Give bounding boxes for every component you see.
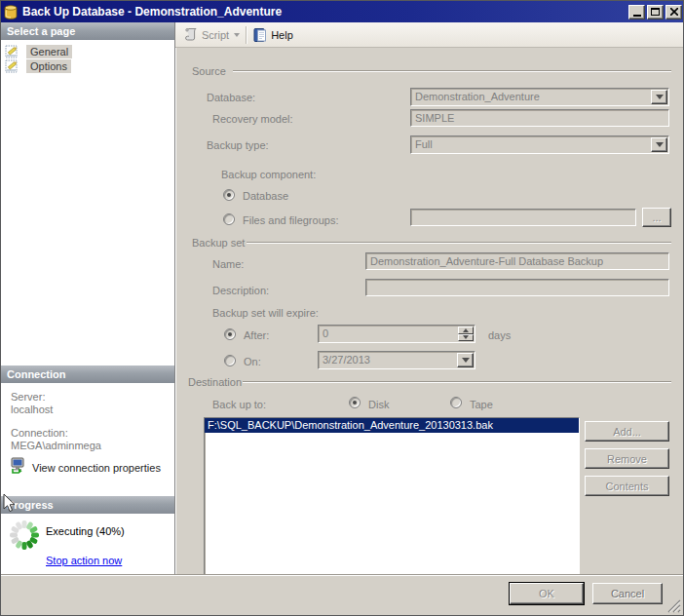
connection-value: MEGA\adminmega xyxy=(11,440,101,451)
sidebar-item-general[interactable]: General xyxy=(5,44,72,58)
add-label: Add... xyxy=(613,426,641,438)
expire-label: Backup set will expire: xyxy=(212,307,319,319)
progress-spinner-icon xyxy=(9,520,40,551)
window-title: Back Up Database - Demonstration_Adventu… xyxy=(22,5,627,19)
after-days-spinner[interactable]: 0 xyxy=(318,325,475,343)
recovery-model-label: Recovery model: xyxy=(212,113,293,125)
toolbar-separator xyxy=(246,26,247,44)
description-field[interactable] xyxy=(365,279,669,296)
description-label: Description: xyxy=(212,285,269,296)
spin-down-button[interactable] xyxy=(458,334,474,342)
destination-group-label: Destination xyxy=(188,376,242,388)
script-dropdown-icon[interactable] xyxy=(234,33,240,37)
back-up-to-label: Back up to: xyxy=(212,399,266,410)
select-a-page-header: Select a page xyxy=(1,22,174,40)
help-icon xyxy=(252,27,268,43)
script-label: Script xyxy=(202,29,229,41)
after-radio[interactable] xyxy=(224,328,236,340)
backup-database-dialog: Back Up Database - Demonstration_Adventu… xyxy=(0,0,684,616)
database-icon xyxy=(4,5,18,19)
name-value: Demonstration_Adventure-Full Database Ba… xyxy=(370,255,603,267)
sidebar-item-label: Options xyxy=(26,59,71,73)
database-combobox[interactable]: Demonstration_Adventure xyxy=(410,88,669,106)
name-field[interactable]: Demonstration_Adventure-Full Database Ba… xyxy=(365,252,669,270)
server-value: localhost xyxy=(11,404,53,415)
backup-set-group-label: Backup set xyxy=(192,237,245,249)
mouse-cursor xyxy=(2,493,18,515)
files-filegroups-field[interactable] xyxy=(410,209,636,226)
chevron-up-icon xyxy=(463,328,469,332)
cancel-label: Cancel xyxy=(611,588,644,599)
sidebar-item-label: General xyxy=(26,45,72,58)
connection-header: Connection xyxy=(1,366,174,383)
after-days-value: 0 xyxy=(323,327,328,339)
sidebar-divider xyxy=(174,22,175,574)
disk-radio[interactable] xyxy=(349,397,361,408)
spin-up-button[interactable] xyxy=(458,327,474,334)
sidebar-item-options[interactable]: Options xyxy=(5,58,71,73)
close-button[interactable] xyxy=(665,5,682,19)
database-value: Demonstration_Adventure xyxy=(415,91,540,102)
date-dropdown-button[interactable] xyxy=(457,353,474,367)
after-label: After: xyxy=(244,329,269,341)
recovery-model-field[interactable]: SIMPLE xyxy=(410,109,669,127)
backup-type-combobox[interactable]: Full xyxy=(410,135,669,154)
page-icon xyxy=(5,59,19,73)
contents-label: Contents xyxy=(605,481,648,492)
help-label: Help xyxy=(271,29,293,41)
database-radio[interactable] xyxy=(223,189,235,201)
minimize-button[interactable] xyxy=(628,5,645,19)
database-dropdown-button[interactable] xyxy=(651,90,667,104)
close-icon xyxy=(670,8,678,16)
on-radio[interactable] xyxy=(224,355,236,366)
remove-button[interactable]: Remove xyxy=(585,448,669,469)
files-filegroups-label: Files and filegroups: xyxy=(243,214,338,226)
on-date-combobox[interactable]: 3/27/2013 xyxy=(318,351,475,369)
browse-button[interactable]: ... xyxy=(642,208,671,227)
add-button[interactable]: Add... xyxy=(585,421,669,442)
on-label: On: xyxy=(244,356,261,367)
connection-label: Connection: xyxy=(11,427,68,439)
cancel-button[interactable]: Cancel xyxy=(592,583,663,604)
maximize-button[interactable] xyxy=(647,5,664,19)
sidebar: Select a page General Options Connection… xyxy=(1,22,174,574)
stop-action-now-link[interactable]: Stop action now xyxy=(46,555,122,566)
script-button[interactable]: Script xyxy=(183,27,240,43)
help-button[interactable]: Help xyxy=(252,27,296,43)
contents-button[interactable]: Contents xyxy=(585,476,669,496)
on-date-value: 3/27/2013 xyxy=(323,354,370,366)
chevron-down-icon xyxy=(462,358,470,363)
view-connection-properties-link[interactable]: View connection properties xyxy=(32,462,161,474)
minimize-icon xyxy=(633,15,641,17)
connection-properties-icon xyxy=(10,457,27,475)
database-radio-label: Database xyxy=(243,190,288,202)
files-filegroups-radio[interactable] xyxy=(223,213,235,225)
source-group-label: Source xyxy=(192,65,226,77)
progress-status: Executing (40%) xyxy=(46,525,125,537)
browse-label: ... xyxy=(652,212,661,223)
tape-radio[interactable] xyxy=(450,397,462,408)
database-label: Database: xyxy=(207,92,255,103)
ok-button[interactable]: OK xyxy=(510,583,584,604)
server-label: Server: xyxy=(11,391,45,403)
maximize-icon xyxy=(651,8,660,16)
backup-type-value: Full xyxy=(415,138,433,150)
toolbar: Script Help xyxy=(175,22,684,48)
backup-type-label: Backup type: xyxy=(207,139,269,151)
remove-label: Remove xyxy=(607,453,647,465)
destination-listbox[interactable]: F:\SQL_BACKUP\Demonstration_Adventure_20… xyxy=(204,417,580,575)
resize-grip[interactable] xyxy=(667,599,681,613)
page-icon xyxy=(5,45,19,58)
backup-type-dropdown-button[interactable] xyxy=(651,137,667,152)
tape-label: Tape xyxy=(470,399,493,410)
chevron-down-icon xyxy=(463,335,469,339)
name-label: Name: xyxy=(212,258,244,270)
list-item[interactable]: F:\SQL_BACKUP\Demonstration_Adventure_20… xyxy=(205,418,579,433)
chevron-down-icon xyxy=(656,142,664,147)
group-divider xyxy=(247,242,671,244)
title-bar[interactable]: Back Up Database - Demonstration_Adventu… xyxy=(1,1,684,22)
group-divider xyxy=(233,70,671,72)
script-icon xyxy=(183,27,199,43)
chevron-down-icon xyxy=(656,95,664,99)
days-label: days xyxy=(488,329,511,341)
